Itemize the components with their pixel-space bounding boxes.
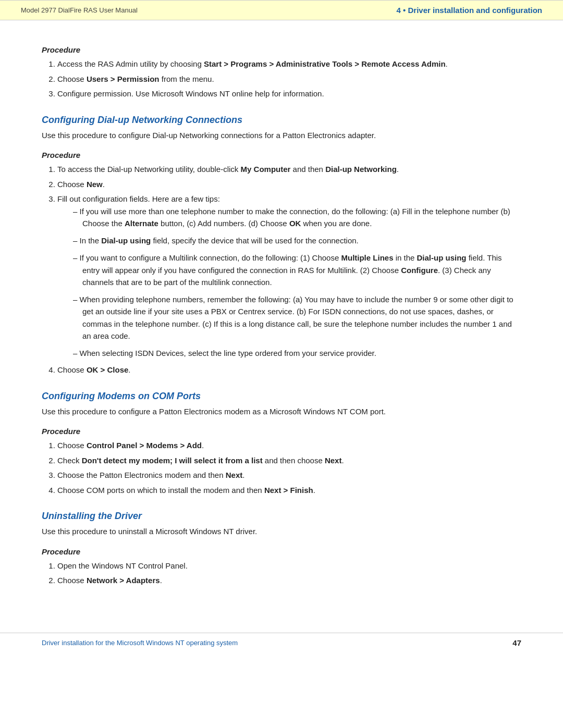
intro-step-2-bold: Users > Permission bbox=[87, 75, 160, 83]
section1-step-4: Choose OK > Close. bbox=[57, 364, 521, 376]
s1-step4-text-after: . bbox=[128, 365, 130, 374]
section1-title: Configuring Dial-up Networking Connectio… bbox=[42, 115, 521, 126]
section1-step-3: Fill out configuration fields. Here are … bbox=[57, 193, 521, 359]
s1-step2-bold: New bbox=[87, 180, 103, 189]
s1-step1-bold2: Dial-up Networking bbox=[325, 165, 397, 174]
s2-step1-text-before: Choose bbox=[57, 441, 87, 450]
s1-b3-bold1: Multiple Lines bbox=[341, 253, 393, 262]
s2-step3-text-after: . bbox=[242, 471, 244, 479]
s2-step3-bold: Next bbox=[226, 471, 243, 479]
section3-procedure-heading: Procedure bbox=[42, 547, 521, 556]
s2-step2-bold: Don't detect my modem; I will select it … bbox=[82, 456, 263, 465]
section1-step-2: Choose New. bbox=[57, 179, 521, 191]
s1-step1-bold1: My Computer bbox=[241, 165, 291, 174]
s1-step2-text-before: Choose bbox=[57, 180, 87, 189]
intro-step-1: Access the RAS Admin utility by choosing… bbox=[57, 58, 521, 70]
section2-step-2: Check Don't detect my modem; I will sele… bbox=[57, 455, 521, 467]
section1-bullet-5: When selecting ISDN Devices, select the … bbox=[73, 347, 521, 359]
page-header: Model 2977 DialFire RAS User Manual 4 • … bbox=[0, 0, 563, 20]
s1-step1-text-after: . bbox=[397, 165, 399, 174]
header-left-text: Model 2977 DialFire RAS User Manual bbox=[21, 6, 138, 14]
intro-step-2-text-after: from the menu. bbox=[160, 75, 214, 83]
section2-procedure-heading: Procedure bbox=[42, 427, 521, 436]
s2-step4-text-after: . bbox=[313, 486, 315, 495]
s1-step4-bold: OK > Close bbox=[87, 365, 128, 374]
s1-b3-bold3: Configure bbox=[401, 266, 438, 275]
s1-step1-text-mid: and then bbox=[290, 165, 325, 174]
intro-step-2: Choose Users > Permission from the menu. bbox=[57, 73, 521, 85]
section3-step-1: Open the Windows NT Control Panel. bbox=[57, 560, 521, 572]
section1-bullets: If you will use more than one telephone … bbox=[73, 205, 521, 360]
footer-page-number: 47 bbox=[512, 638, 521, 647]
intro-step-2-text-before: Choose bbox=[57, 75, 87, 83]
section1-step-1: To access the Dial-up Networking utility… bbox=[57, 164, 521, 176]
s2-step3-text-before: Choose the Patton Electronics modem and … bbox=[57, 471, 226, 479]
section1-steps-list: To access the Dial-up Networking utility… bbox=[57, 164, 521, 376]
section2-step-4: Choose COM ports on which to install the… bbox=[57, 485, 521, 497]
section2-step-3: Choose the Patton Electronics modem and … bbox=[57, 470, 521, 482]
main-content: Procedure Access the RAS Admin utility b… bbox=[0, 20, 563, 612]
intro-procedure-heading: Procedure bbox=[42, 45, 521, 54]
header-right-text: 4 • Driver installation and configuratio… bbox=[397, 6, 542, 15]
section3-step-2: Choose Network > Adapters. bbox=[57, 575, 521, 587]
s2-step1-bold: Control Panel > Modems > Add bbox=[87, 441, 202, 450]
footer-left-text: Driver installation for the Microsoft Wi… bbox=[42, 639, 238, 647]
section3-steps-list: Open the Windows NT Control Panel. Choos… bbox=[57, 560, 521, 587]
intro-procedure-list: Access the RAS Admin utility by choosing… bbox=[57, 58, 521, 100]
s2-step4-text-before: Choose COM ports on which to install the… bbox=[57, 486, 264, 495]
section1-procedure-heading: Procedure bbox=[42, 151, 521, 159]
intro-step-1-bold: Start > Programs > Administrative Tools … bbox=[204, 59, 446, 68]
intro-step-3-text: Configure permission. Use Microsoft Wind… bbox=[57, 89, 324, 98]
s3-step1-text: Open the Windows NT Control Panel. bbox=[57, 561, 188, 570]
s3-step2-bold: Network > Adapters bbox=[87, 576, 160, 585]
s3-step2-text-after: . bbox=[160, 576, 162, 585]
section2-step-1: Choose Control Panel > Modems > Add. bbox=[57, 440, 521, 452]
s2-step2-text-mid: and then choose bbox=[263, 456, 325, 465]
section3-desc: Use this procedure to uninstall a Micros… bbox=[42, 526, 521, 538]
s3-step2-text-before: Choose bbox=[57, 576, 87, 585]
section1-bullet-4: When providing telephone numbers, rememb… bbox=[73, 293, 521, 342]
intro-step-1-text-after: . bbox=[446, 59, 448, 68]
s2-step2-bold2: Next bbox=[325, 456, 342, 465]
s1-b1-bold2: OK bbox=[289, 219, 301, 228]
section1-bullet-3: If you want to configure a Multilink con… bbox=[73, 252, 521, 288]
s1-b1-bold1: Alternate bbox=[125, 219, 158, 228]
intro-step-3: Configure permission. Use Microsoft Wind… bbox=[57, 88, 521, 100]
section1-bullet-2: In the Dial-up using field, specify the … bbox=[73, 235, 521, 246]
intro-step-1-text-before: Access the RAS Admin utility by choosing bbox=[57, 59, 204, 68]
section1-bullet-1: If you will use more than one telephone … bbox=[73, 205, 521, 230]
section2-steps-list: Choose Control Panel > Modems > Add. Che… bbox=[57, 440, 521, 496]
s2-step1-text-after: . bbox=[202, 441, 204, 450]
section1-desc: Use this procedure to configure Dial-up … bbox=[42, 130, 521, 142]
section3-title: Uninstalling the Driver bbox=[42, 511, 521, 522]
s2-step2-text-before: Check bbox=[57, 456, 82, 465]
section2-desc: Use this procedure to configure a Patton… bbox=[42, 406, 521, 418]
s1-b2-bold: Dial-up using bbox=[101, 236, 151, 245]
s1-step1-text-before: To access the Dial-up Networking utility… bbox=[57, 165, 241, 174]
page-footer: Driver installation for the Microsoft Wi… bbox=[0, 633, 563, 652]
s1-step3-text: Fill out configuration fields. Here are … bbox=[57, 194, 220, 203]
section2-title: Configuring Modems on COM Ports bbox=[42, 391, 521, 402]
s1-step4-text-before: Choose bbox=[57, 365, 87, 374]
s2-step2-text-after: . bbox=[341, 456, 344, 465]
s1-b3-bold2: Dial-up using bbox=[417, 253, 467, 262]
s2-step4-bold: Next > Finish bbox=[264, 486, 313, 495]
s1-step2-text-after: . bbox=[103, 180, 105, 189]
